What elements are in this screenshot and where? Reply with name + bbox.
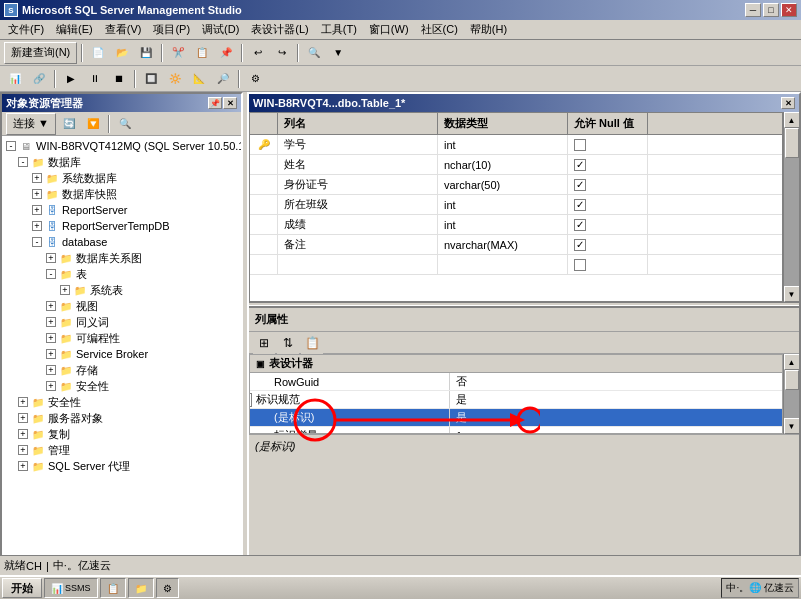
toolbar2-btn-9[interactable]: 🔎 <box>212 68 234 90</box>
toolbar-btn-6[interactable]: 📌 <box>215 42 237 64</box>
row-type-3[interactable]: varchar(50) <box>438 175 568 194</box>
tree-item-server-security[interactable]: + 📁 安全性 <box>4 394 239 410</box>
toolbar2-btn-5[interactable]: ⏹ <box>108 68 130 90</box>
expand-server-objects[interactable]: + <box>18 413 28 423</box>
row-name-3[interactable]: 身份证号 <box>278 175 438 194</box>
grid-scroll-thumb[interactable] <box>785 128 799 158</box>
expand-storage[interactable]: + <box>46 365 56 375</box>
toolbar2-btn-3[interactable]: ▶ <box>60 68 82 90</box>
table-row[interactable]: 所在班级 int ✓ <box>250 195 782 215</box>
toolbar-btn-10[interactable]: ▼ <box>327 42 349 64</box>
expand-synonyms[interactable]: + <box>46 317 56 327</box>
tree-item-sql-agent[interactable]: + 📁 SQL Server 代理 <box>4 458 239 474</box>
table-designer-close-button[interactable]: ✕ <box>781 97 795 109</box>
toolbar-btn-5[interactable]: 📋 <box>191 42 213 64</box>
tree-item-diagrams[interactable]: + 📁 数据库关系图 <box>4 250 239 266</box>
tree-item-server-objects[interactable]: + 📁 服务器对象 <box>4 410 239 426</box>
expand-system-dbs[interactable]: + <box>32 173 42 183</box>
expand-management[interactable]: + <box>18 445 28 455</box>
toolbar-btn-2[interactable]: 📂 <box>111 42 133 64</box>
tree-item-server[interactable]: - 🖥 WIN-B8RVQT412MQ (SQL Server 10.50.16… <box>4 138 239 154</box>
menu-view[interactable]: 查看(V) <box>99 20 148 39</box>
props-scroll-up-button[interactable]: ▲ <box>784 354 800 370</box>
expand-programmability[interactable]: + <box>46 333 56 343</box>
tree-item-reportservertempdb[interactable]: + 🗄 ReportServerTempDB <box>4 218 239 234</box>
props-scroll-down-button[interactable]: ▼ <box>784 418 800 434</box>
toolbar2-btn-10[interactable]: ⚙ <box>244 68 266 90</box>
menu-window[interactable]: 窗口(W) <box>363 20 415 39</box>
expand-db-security[interactable]: + <box>46 381 56 391</box>
row-name-1[interactable]: 学号 <box>278 135 438 154</box>
tree-item-snapshots[interactable]: + 📁 数据库快照 <box>4 186 239 202</box>
tree-item-storage[interactable]: + 📁 存储 <box>4 362 239 378</box>
row-name-6[interactable]: 备注 <box>278 235 438 254</box>
row-type-4[interactable]: int <box>438 195 568 214</box>
menu-file[interactable]: 文件(F) <box>2 20 50 39</box>
table-row[interactable]: 姓名 nchar(10) ✓ <box>250 155 782 175</box>
menu-project[interactable]: 项目(P) <box>147 20 196 39</box>
props-row-is-identity[interactable]: (是标识) 是 <box>250 409 782 427</box>
toolbar-btn-7[interactable]: ↩ <box>247 42 269 64</box>
tree-item-db-security[interactable]: + 📁 安全性 <box>4 378 239 394</box>
grid-scroll-down-button[interactable]: ▼ <box>784 286 800 302</box>
maximize-button[interactable]: □ <box>763 3 779 17</box>
tree-item-system-tables[interactable]: + 📁 系统表 <box>4 282 239 298</box>
menu-table-designer[interactable]: 表设计器(L) <box>245 20 314 39</box>
menu-community[interactable]: 社区(C) <box>415 20 464 39</box>
props-row-rowguid[interactable]: RowGuid 否 <box>250 373 782 391</box>
row-type-7[interactable] <box>438 255 568 274</box>
row-name-7[interactable] <box>278 255 438 274</box>
row-type-2[interactable]: nchar(10) <box>438 155 568 174</box>
oe-pin-button[interactable]: 📌 <box>208 97 222 109</box>
toolbar2-btn-4[interactable]: ⏸ <box>84 68 106 90</box>
tree-item-system-dbs[interactable]: + 📁 系统数据库 <box>4 170 239 186</box>
taskbar-item-4[interactable]: ⚙ <box>156 578 179 598</box>
table-row[interactable]: 成绩 int ✓ <box>250 215 782 235</box>
tree-item-reportserver[interactable]: + 🗄 ReportServer <box>4 202 239 218</box>
taskbar-item-2[interactable]: 📋 <box>100 578 126 598</box>
taskbar-item-1[interactable]: 📊 SSMS <box>44 578 98 598</box>
toolbar-btn-1[interactable]: 📄 <box>87 42 109 64</box>
new-query-button[interactable]: 新建查询(N) <box>4 42 77 64</box>
expand-server[interactable]: - <box>6 141 16 151</box>
table-row[interactable]: 身份证号 varchar(50) ✓ <box>250 175 782 195</box>
tree-item-replication[interactable]: + 📁 复制 <box>4 426 239 442</box>
close-button[interactable]: ✕ <box>781 3 797 17</box>
oe-search-button[interactable]: 🔍 <box>114 113 136 135</box>
grid-scroll-up-button[interactable]: ▲ <box>784 112 800 128</box>
toolbar2-btn-1[interactable]: 📊 <box>4 68 26 90</box>
oe-refresh-button[interactable]: 🔄 <box>58 113 80 135</box>
tree-item-views[interactable]: + 📁 视图 <box>4 298 239 314</box>
table-row[interactable]: 备注 nvarchar(MAX) ✓ <box>250 235 782 255</box>
toolbar-btn-9[interactable]: 🔍 <box>303 42 325 64</box>
expand-server-security[interactable]: + <box>18 397 28 407</box>
row-name-4[interactable]: 所在班级 <box>278 195 438 214</box>
props-grid-icon[interactable]: ⊞ <box>253 332 275 354</box>
tree-item-tables[interactable]: - 📁 表 <box>4 266 239 282</box>
expand-service-broker[interactable]: + <box>46 349 56 359</box>
table-row[interactable] <box>250 255 782 275</box>
menu-tools[interactable]: 工具(T) <box>315 20 363 39</box>
oe-filter-button[interactable]: 🔽 <box>82 113 104 135</box>
expand-tables[interactable]: - <box>46 269 56 279</box>
connect-button[interactable]: 连接 ▼ <box>6 113 56 135</box>
props-row-increment[interactable]: 标识增量 1 <box>250 427 782 434</box>
row-name-2[interactable]: 姓名 <box>278 155 438 174</box>
expand-reportservertempdb[interactable]: + <box>32 221 42 231</box>
expand-diagrams[interactable]: + <box>46 253 56 263</box>
expand-sql-agent[interactable]: + <box>18 461 28 471</box>
props-pages-icon[interactable]: 📋 <box>301 332 323 354</box>
expand-views[interactable]: + <box>46 301 56 311</box>
expand-system-tables[interactable]: + <box>60 285 70 295</box>
expand-databases[interactable]: - <box>18 157 28 167</box>
taskbar-item-3[interactable]: 📁 <box>128 578 154 598</box>
oe-close-button[interactable]: ✕ <box>223 97 237 109</box>
toolbar2-btn-2[interactable]: 🔗 <box>28 68 50 90</box>
tree-item-synonyms[interactable]: + 📁 同义词 <box>4 314 239 330</box>
tree-item-management[interactable]: + 📁 管理 <box>4 442 239 458</box>
toolbar2-btn-7[interactable]: 🔆 <box>164 68 186 90</box>
row-type-6[interactable]: nvarchar(MAX) <box>438 235 568 254</box>
toolbar-btn-8[interactable]: ↪ <box>271 42 293 64</box>
tree-item-programmability[interactable]: + 📁 可编程性 <box>4 330 239 346</box>
expand-reportserver[interactable]: + <box>32 205 42 215</box>
